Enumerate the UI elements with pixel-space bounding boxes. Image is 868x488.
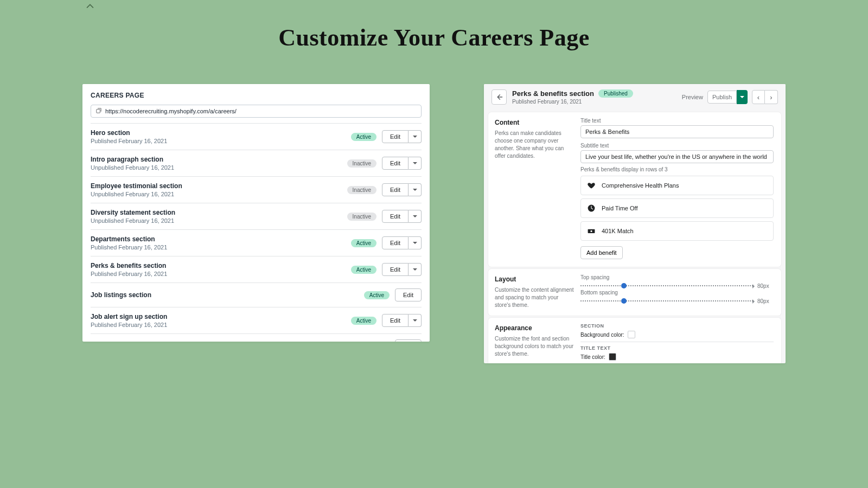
editor-subtitle: Published February 16, 2021 bbox=[512, 99, 633, 105]
benefit-item[interactable]: Comprehensive Health Plans bbox=[580, 176, 774, 195]
status-badge: Active bbox=[351, 133, 376, 141]
edit-button[interactable]: Edit bbox=[382, 263, 409, 276]
back-button[interactable] bbox=[492, 89, 507, 105]
url-text: https://nocoderecruiting.myshopify.com/a… bbox=[105, 108, 237, 114]
appearance-description: Customize the font and section backgroun… bbox=[495, 335, 574, 358]
section-title: Departments section bbox=[91, 235, 346, 243]
subtitle-text-input[interactable] bbox=[580, 150, 774, 163]
section-row: Job alert sign up sectionPublished Febru… bbox=[91, 307, 422, 334]
prev-section-button[interactable]: ‹ bbox=[752, 90, 765, 104]
publish-button[interactable]: Publish bbox=[707, 91, 737, 104]
appearance-card: Appearance Customize the font and sectio… bbox=[488, 318, 781, 363]
next-section-button[interactable]: › bbox=[765, 90, 778, 104]
top-spacing-value: 80px bbox=[757, 283, 774, 289]
careers-page-header: CAREERS PAGE bbox=[91, 92, 422, 99]
section-meta: Unpublished February 16, 2021 bbox=[91, 164, 342, 171]
section-row: Perks & benefits sectionPublished Februa… bbox=[91, 256, 422, 283]
page-title: Customize Your Careers Page bbox=[0, 24, 868, 52]
section-title: Job alert sign up section bbox=[91, 313, 346, 320]
edit-button[interactable]: Edit bbox=[382, 314, 409, 327]
benefit-item[interactable]: Paid Time Off bbox=[580, 198, 774, 218]
section-editor-panel: Perks & benefits section Published Publi… bbox=[484, 84, 786, 363]
bottom-spacing-slider[interactable] bbox=[580, 297, 753, 305]
edit-button[interactable]: Edit bbox=[382, 183, 409, 196]
editor-title: Perks & benefits section bbox=[512, 89, 594, 98]
add-benefit-button[interactable]: Add benefit bbox=[580, 246, 623, 259]
section-title: Hero section bbox=[91, 129, 346, 137]
divider bbox=[580, 342, 774, 342]
section-title: Intro paragraph section bbox=[91, 156, 342, 163]
section-meta: Unpublished February 16, 2021 bbox=[91, 217, 342, 224]
heart-icon bbox=[586, 181, 596, 190]
section-meta: Published February 16, 2021 bbox=[91, 138, 346, 144]
section-meta: Unpublished February 16, 2021 bbox=[91, 191, 342, 197]
title-color-label: Title color: bbox=[580, 354, 605, 360]
top-spacing-slider[interactable] bbox=[580, 282, 753, 290]
edit-dropdown-button[interactable] bbox=[409, 183, 422, 196]
layout-card: Layout Customize the content alignment a… bbox=[488, 269, 781, 316]
status-badge: Inactive bbox=[347, 213, 376, 221]
url-box[interactable]: https://nocoderecruiting.myshopify.com/a… bbox=[91, 105, 422, 118]
appearance-heading: Appearance bbox=[495, 324, 574, 332]
title-text-input[interactable] bbox=[580, 125, 774, 138]
edit-dropdown-button[interactable] bbox=[409, 210, 422, 223]
edit-button[interactable]: Edit bbox=[382, 157, 409, 170]
section-row: Intro paragraph sectionUnpublished Febru… bbox=[91, 150, 422, 177]
section-row: Diversity statement sectionUnpublished F… bbox=[91, 203, 422, 230]
edit-dropdown-button[interactable] bbox=[409, 263, 422, 276]
title-font-size-label: Title font size bbox=[580, 363, 774, 363]
layout-heading: Layout bbox=[495, 275, 574, 283]
section-group-label: SECTION bbox=[580, 323, 774, 329]
section-row: Job description pageActiveEdit bbox=[91, 334, 422, 342]
title-text-group-label: TITLE TEXT bbox=[580, 345, 774, 351]
external-link-icon bbox=[95, 107, 102, 115]
content-description: Perks can make candidates choose one com… bbox=[495, 130, 574, 160]
status-badge: Inactive bbox=[347, 159, 376, 168]
title-color-swatch[interactable] bbox=[609, 353, 616, 361]
subtitle-text-label: Subtitle text bbox=[580, 143, 774, 149]
section-row: Departments sectionPublished February 16… bbox=[91, 230, 422, 256]
edit-button[interactable]: Edit bbox=[395, 288, 422, 301]
edit-button[interactable]: Edit bbox=[382, 210, 409, 223]
title-text-label: Title text bbox=[580, 118, 774, 124]
top-spacing-label: Top spacing bbox=[580, 274, 774, 280]
benefit-label: 401K Match bbox=[602, 228, 634, 234]
status-badge: Active bbox=[351, 266, 376, 274]
section-meta: Published February 16, 2021 bbox=[91, 271, 346, 277]
publish-dropdown[interactable] bbox=[737, 90, 748, 104]
edit-dropdown-button[interactable] bbox=[409, 236, 422, 249]
content-heading: Content bbox=[495, 119, 574, 126]
section-title: Perks & benefits section bbox=[91, 262, 346, 269]
benefit-label: Comprehensive Health Plans bbox=[602, 182, 679, 189]
benefit-item[interactable]: 401K Match bbox=[580, 221, 774, 241]
sections-list-panel: CAREERS PAGE https://nocoderecruiting.my… bbox=[82, 84, 430, 342]
edit-button[interactable]: Edit bbox=[382, 130, 409, 143]
benefits-helper-text: Perks & benefits display in rows of 3 bbox=[580, 166, 774, 172]
section-meta: Published February 16, 2021 bbox=[91, 244, 346, 251]
section-title: Diversity statement section bbox=[91, 209, 342, 216]
edit-dropdown-button[interactable] bbox=[409, 314, 422, 327]
edit-dropdown-button[interactable] bbox=[409, 157, 422, 170]
clock-icon bbox=[586, 203, 596, 213]
svg-point-3 bbox=[590, 230, 592, 232]
cash-icon bbox=[586, 226, 596, 236]
section-title: Employee testimonial section bbox=[91, 182, 342, 190]
bottom-spacing-value: 80px bbox=[757, 298, 774, 304]
background-color-label: Background color: bbox=[580, 332, 624, 338]
background-color-swatch[interactable] bbox=[628, 331, 635, 338]
chevron-up-icon bbox=[85, 2, 95, 14]
bottom-spacing-label: Bottom spacing bbox=[580, 290, 774, 296]
edit-dropdown-button[interactable] bbox=[409, 130, 422, 143]
section-title: Job listings section bbox=[91, 291, 359, 299]
section-row: Job listings sectionActiveEdit bbox=[91, 283, 422, 307]
status-badge: Inactive bbox=[347, 186, 376, 194]
status-badge: Active bbox=[351, 317, 376, 325]
preview-button[interactable]: Preview bbox=[678, 91, 707, 103]
status-badge: Active bbox=[351, 239, 376, 247]
edit-button[interactable]: Edit bbox=[382, 236, 409, 249]
section-meta: Published February 16, 2021 bbox=[91, 322, 346, 328]
benefit-label: Paid Time Off bbox=[602, 205, 637, 211]
edit-button[interactable]: Edit bbox=[395, 339, 422, 342]
content-card: Content Perks can make candidates choose… bbox=[488, 112, 781, 267]
svg-rect-0 bbox=[97, 110, 100, 113]
